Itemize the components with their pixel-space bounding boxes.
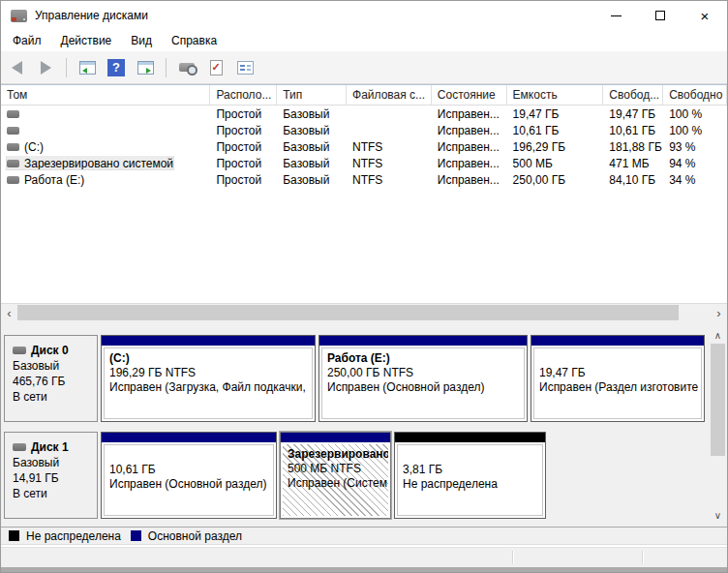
status-bar	[1, 547, 727, 567]
partition-color-band	[102, 336, 315, 346]
disk-management-window: Управление дисками × Файл Действие Вид С…	[0, 0, 728, 573]
column-header-free-pct[interactable]: Свободно	[663, 85, 727, 105]
volume-list-header: Том Располо... Тип Файловая с... Состоян…	[1, 85, 727, 106]
rescan-disks-button[interactable]	[175, 56, 198, 79]
scroll-up-icon[interactable]: ∧	[710, 327, 726, 344]
table-row[interactable]: Работа (E:) Простой Базовый NTFS Исправе…	[1, 171, 727, 188]
volume-icon	[7, 143, 19, 151]
menu-help[interactable]: Справка	[162, 32, 227, 49]
toolbar: ?	[1, 51, 727, 84]
column-header-layout[interactable]: Располо...	[210, 85, 277, 105]
action-pane-icon	[137, 61, 154, 75]
scroll-left-icon[interactable]: ‹	[1, 304, 17, 321]
partition-color-band	[319, 336, 527, 346]
unallocated-swatch	[9, 530, 19, 541]
partition-system-reserved-selected[interactable]: Зарезервировано 500 МБ NTFS Исправен (Си…	[280, 432, 391, 519]
disk-status: В сети	[13, 486, 97, 501]
minimize-icon	[611, 15, 622, 16]
partition-c[interactable]: (C:) 196,29 ГБ NTFS Исправен (Загрузка, …	[101, 335, 316, 422]
menu-file[interactable]: Файл	[3, 32, 51, 49]
back-button[interactable]	[5, 56, 28, 79]
horizontal-scrollbar-thumb[interactable]	[17, 305, 679, 320]
status-divider	[512, 551, 513, 564]
rescan-disks-icon	[179, 63, 195, 72]
disk-0-row: Диск 0 Базовый 465,76 ГБ В сети (C:) 196…	[1, 335, 727, 422]
column-header-volume[interactable]: Том	[1, 85, 210, 105]
maximize-icon	[655, 11, 665, 20]
horizontal-scrollbar[interactable]: ‹ ›	[1, 303, 727, 320]
forward-icon	[41, 61, 51, 75]
table-row[interactable]: (C:) Простой Базовый NTFS Исправен... 19…	[1, 138, 727, 155]
scroll-down-icon[interactable]: ∨	[710, 507, 726, 524]
partition-color-band	[102, 433, 276, 442]
disk-1-header[interactable]: Диск 1 Базовый 14,91 ГБ В сети	[4, 432, 98, 519]
toolbar-separator	[66, 58, 67, 77]
primary-partition-swatch	[131, 530, 141, 541]
check-volume-button[interactable]	[204, 56, 228, 79]
disk-1-row: Диск 1 Базовый 14,91 ГБ В сети 10,61 ГБ …	[1, 432, 727, 519]
table-row[interactable]: Простой Базовый Исправен... 19,47 ГБ 19,…	[1, 106, 727, 122]
volume-icon	[7, 127, 19, 135]
scroll-right-icon[interactable]: ›	[711, 304, 727, 321]
check-document-icon	[210, 60, 223, 75]
options-dialog-icon	[237, 61, 254, 75]
disk-icon	[13, 347, 26, 354]
partition-oem[interactable]: 19,47 ГБ Исправен (Раздел изготовите	[531, 335, 705, 422]
help-button[interactable]: ?	[105, 56, 128, 79]
partition-unallocated[interactable]: 3,81 ГБ Не распределена	[394, 432, 546, 519]
help-icon: ?	[107, 59, 125, 76]
column-header-capacity[interactable]: Емкость	[507, 85, 604, 105]
options-button[interactable]	[233, 56, 257, 79]
disk-type: Базовый	[13, 455, 97, 470]
vertical-scrollbar[interactable]: ∧ ∨	[710, 327, 726, 524]
column-header-type[interactable]: Тип	[277, 85, 347, 105]
title-bar: Управление дисками ×	[1, 1, 727, 30]
disk-0-header[interactable]: Диск 0 Базовый 465,76 ГБ В сети	[4, 335, 98, 422]
disk-management-app-icon	[11, 10, 27, 22]
status-divider	[642, 551, 643, 564]
table-row-selected[interactable]: Зарезервировано системой Простой Базовый…	[1, 155, 727, 171]
console-tree-button[interactable]	[76, 56, 99, 79]
volume-icon	[7, 110, 19, 118]
disk-graph-pane: Диск 0 Базовый 465,76 ГБ В сети (C:) 196…	[1, 320, 727, 527]
partition-color-band	[395, 433, 545, 442]
column-header-free[interactable]: Свобод...	[603, 85, 663, 105]
partition-e[interactable]: Работа (E:) 250,00 ГБ NTFS Исправен (Осн…	[318, 335, 528, 422]
toolbar-separator	[166, 58, 167, 77]
menu-action[interactable]: Действие	[51, 32, 122, 49]
forward-button[interactable]	[34, 56, 57, 79]
window-bottom-edge	[1, 567, 727, 573]
close-button[interactable]: ×	[682, 1, 727, 30]
table-row[interactable]: Простой Базовый Исправен... 10,61 ГБ 10,…	[1, 122, 727, 138]
column-header-filesystem[interactable]: Файловая с...	[347, 85, 432, 105]
close-icon: ×	[701, 9, 710, 23]
action-pane-button[interactable]	[134, 56, 157, 79]
back-icon	[12, 61, 22, 75]
volume-list: Том Располо... Тип Файловая с... Состоян…	[1, 84, 727, 303]
legend-unallocated: Не распределена	[9, 529, 121, 543]
maximize-button[interactable]	[638, 1, 682, 30]
volume-icon	[7, 160, 19, 167]
legend-primary-partition: Основной раздел	[131, 529, 242, 543]
vertical-scrollbar-thumb[interactable]	[711, 344, 725, 456]
console-tree-icon	[79, 61, 96, 75]
legend-bar: Не распределена Основной раздел	[1, 527, 727, 545]
window-title: Управление дисками	[35, 9, 148, 22]
disk-status: В сети	[13, 389, 97, 405]
menu-view[interactable]: Вид	[121, 32, 162, 49]
column-header-status[interactable]: Состояние	[432, 85, 507, 105]
disk-size: 14,91 ГБ	[13, 470, 97, 486]
minimize-button[interactable]	[593, 1, 638, 30]
volume-icon	[7, 176, 19, 184]
disk-size: 465,76 ГБ	[13, 374, 97, 389]
menu-bar: Файл Действие Вид Справка	[1, 30, 727, 51]
partition-color-band	[281, 433, 390, 442]
partition-primary[interactable]: 10,61 ГБ Исправен (Основной раздел)	[101, 432, 277, 519]
disk-icon	[13, 443, 26, 451]
partition-color-band	[531, 336, 704, 346]
disk-type: Базовый	[13, 358, 97, 374]
